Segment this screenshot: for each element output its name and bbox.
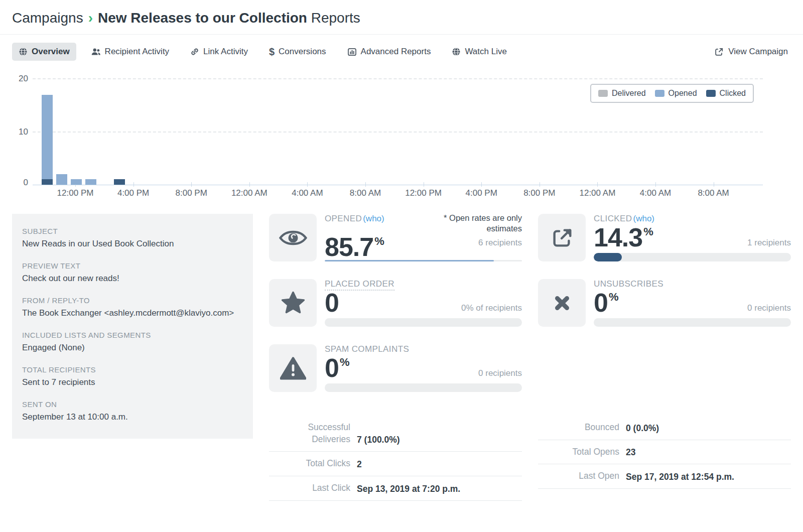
globe-icon (452, 47, 461, 56)
dollar-icon: $ (269, 47, 275, 57)
stat-recipients: 0 recipients (478, 368, 522, 378)
stat-unit: % (643, 225, 653, 238)
clicked-bar-segment (42, 179, 53, 185)
table-row-value: Sep 17, 2019 at 12:54 p.m. (626, 472, 734, 482)
y-axis-tick-label: 10 (12, 127, 28, 137)
table-row-total-clicks: Total Clicks2 (269, 452, 522, 476)
x-axis-tick (191, 182, 192, 187)
stat-card-body: CLICKED(who)14.3%1 recipients (594, 214, 791, 261)
legend-item-clicked[interactable]: Clicked (706, 89, 746, 98)
tab-label: Advanced Reports (361, 47, 431, 57)
detail-field-label: FROM / REPLY-TO (22, 296, 241, 305)
stat-card-header: CLICKED(who) (594, 214, 791, 224)
stats-grid: OPENED(who)* Open rates are only estimat… (269, 214, 791, 501)
link-icon (190, 47, 199, 56)
detail-field-value: Check out our new reads! (22, 274, 241, 284)
y-axis-tick-label: 20 (12, 74, 28, 84)
x-icon (538, 279, 586, 327)
table-row-last-open: Last OpenSep 17, 2019 at 12:54 p.m. (538, 464, 791, 489)
view-campaign-label: View Campaign (728, 47, 788, 57)
x-axis-tick (307, 182, 308, 187)
tab-link-activity[interactable]: Link Activity (184, 43, 254, 61)
detail-field-value: Engaged (None) (22, 343, 241, 353)
external-link-icon (538, 214, 586, 261)
stat-unit: % (374, 235, 384, 247)
engagement-timeline-chart: 0102012:00 PM4:00 PM8:00 PM12:00 AM4:00 … (12, 75, 791, 201)
chart-bar-3-00-pm[interactable] (114, 179, 125, 185)
stat-card-placed-order: PLACED ORDER00% of recipients (269, 279, 522, 327)
report-tabbar: OverviewRecipient ActivityLink Activity$… (12, 43, 791, 61)
y-axis-tick-label: 0 (12, 178, 28, 188)
stat-card-header: OPENED(who)* Open rates are only estimat… (325, 214, 522, 233)
stat-card-header: UNSUBSCRIBES (594, 279, 791, 289)
tabs-holder: OverviewRecipient ActivityLink Activity$… (12, 43, 513, 61)
legend-swatch-delivered (598, 90, 608, 97)
x-axis-tick (597, 182, 598, 187)
x-axis-tick-label: 12:00 PM (57, 188, 94, 198)
stat-recipients: 6 recipients (478, 238, 522, 248)
legend-label: Opened (668, 89, 697, 98)
chart-bar-11-00-am[interactable] (56, 174, 67, 185)
x-axis-tick-label: 4:00 PM (466, 188, 497, 198)
stat-label: UNSUBSCRIBES (594, 279, 663, 289)
globe-icon (19, 47, 28, 56)
stat-card-unsubscribes: UNSUBSCRIBES0%0 recipients (538, 279, 791, 327)
open-stats-table: Bounced0 (0.0%)Total Opens23Last OpenSep… (538, 416, 791, 501)
tab-watch-live[interactable]: Watch Live (445, 43, 513, 61)
tab-advanced-reports[interactable]: Advanced Reports (341, 43, 438, 61)
eye-icon (269, 214, 317, 261)
detail-field-value: New Reads in our Used Book Collection (22, 239, 241, 249)
stat-card-header: SPAM COMPLAINTS (325, 344, 522, 354)
opened-bar-segment (42, 95, 53, 180)
x-axis-tick-label: 4:00 PM (117, 188, 149, 198)
tab-overview[interactable]: Overview (12, 43, 76, 61)
x-axis-tick-label: 12:00 PM (405, 188, 442, 198)
x-axis-tick (655, 182, 656, 187)
stat-card-body: OPENED(who)* Open rates are only estimat… (325, 214, 522, 261)
progress-track (594, 253, 791, 261)
stat-label-wrap: UNSUBSCRIBES (594, 279, 663, 289)
clicked-bar-segment (114, 179, 125, 185)
table-row-value: Sep 13, 2019 at 7:20 p.m. (357, 484, 460, 494)
tab-label: Link Activity (203, 47, 248, 57)
opened-bar-segment (71, 179, 82, 185)
x-axis-tick (249, 182, 250, 187)
progress-track (325, 383, 522, 392)
x-axis-tick-label: 12:00 AM (231, 188, 267, 198)
tab-label: Recipient Activity (105, 47, 170, 57)
table-row-value: 2 (357, 459, 362, 470)
report-body: SUBJECTNew Reads in our Used Book Collec… (12, 214, 791, 501)
tab-conversions[interactable]: $Conversions (262, 43, 333, 61)
stat-label: OPENED (325, 214, 362, 223)
chart-bar-10-00-am[interactable] (42, 95, 53, 185)
x-axis-tick-label: 4:00 AM (292, 188, 323, 198)
table-row-value: 0 (0.0%) (626, 423, 659, 434)
detail-field-preview-text: PREVIEW TEXTCheck out our new reads! (22, 261, 241, 284)
who-link[interactable]: (who) (633, 214, 655, 223)
external-link-icon (714, 47, 724, 57)
table-row-label: Total Opens (538, 446, 619, 458)
x-axis-tick-label: 12:00 AM (579, 188, 615, 198)
tab-recipient-activity[interactable]: Recipient Activity (84, 43, 176, 61)
stat-unit: % (340, 356, 350, 368)
chart-bar-1-00-pm[interactable] (85, 179, 96, 185)
progress-track (325, 318, 522, 327)
detail-field-sent-on: SENT ONSeptember 13 at 10:00 a.m. (22, 400, 241, 422)
view-campaign-button[interactable]: View Campaign (711, 46, 791, 57)
who-link[interactable]: (who) (363, 214, 384, 223)
legend-item-opened[interactable]: Opened (655, 89, 697, 98)
legend-item-delivered[interactable]: Delivered (598, 89, 646, 98)
breadcrumb: Campaigns›New Releases to our Collection… (0, 0, 803, 35)
x-axis-tick-label: 8:00 AM (698, 188, 729, 198)
breadcrumb-section[interactable]: Campaigns (12, 10, 83, 26)
x-axis-tick-label: 8:00 PM (176, 188, 207, 198)
table-row-bounced: Bounced0 (0.0%) (538, 416, 791, 440)
users-icon (91, 47, 101, 56)
stat-label: SPAM COMPLAINTS (325, 344, 409, 354)
x-axis-tick-label: 4:00 AM (640, 188, 671, 198)
chart-bar-12-00-pm[interactable] (71, 179, 82, 185)
detail-field-included-lists-and-segments: INCLUDED LISTS AND SEGMENTSEngaged (None… (22, 331, 241, 353)
table-row-label: Bounced (538, 422, 619, 434)
x-axis-tick (365, 182, 366, 187)
tab-label: Watch Live (465, 47, 506, 57)
